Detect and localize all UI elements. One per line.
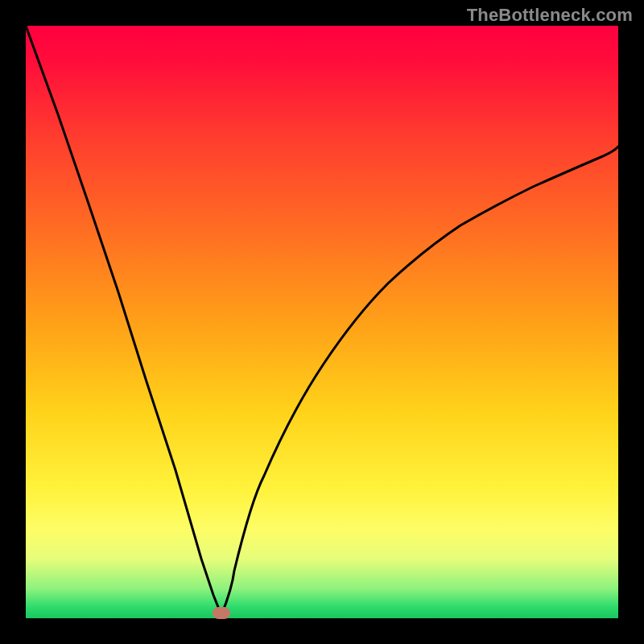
chart-frame: TheBottleneck.com — [0, 0, 644, 644]
curve-layer — [26, 26, 618, 618]
plot-area — [26, 26, 618, 618]
bottleneck-curve-left — [26, 26, 221, 615]
watermark-text: TheBottleneck.com — [467, 5, 633, 26]
min-point-marker — [213, 607, 230, 619]
bottleneck-curve-right — [221, 147, 618, 615]
